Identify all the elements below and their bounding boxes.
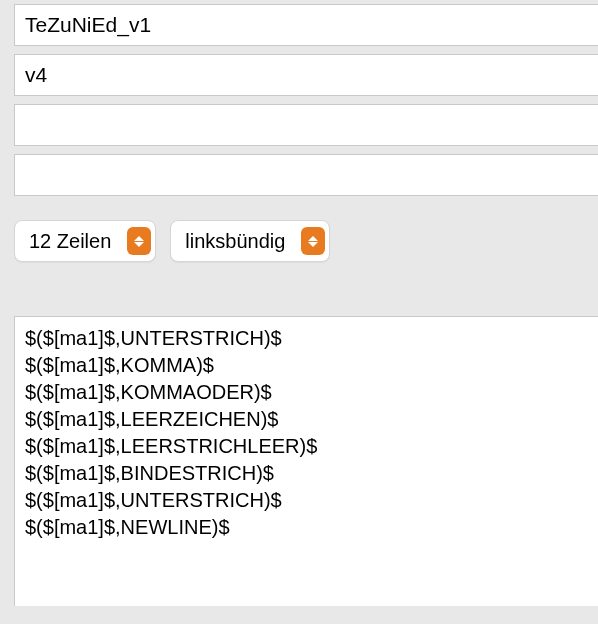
- alignment-dropdown[interactable]: linksbündig: [170, 220, 330, 262]
- chevron-up-icon: [134, 236, 144, 241]
- form-container: 12 Zeilen linksbündig $($[ma1]$,UNTERSTR…: [0, 4, 598, 606]
- stepper-arrows-icon: [127, 227, 151, 255]
- code-textarea[interactable]: $($[ma1]$,UNTERSTRICH)$ $($[ma1]$,KOMMA)…: [14, 316, 598, 606]
- lines-dropdown-label: 12 Zeilen: [29, 230, 111, 253]
- name-field-2[interactable]: [14, 54, 598, 96]
- dropdown-row: 12 Zeilen linksbündig: [14, 220, 598, 268]
- lines-dropdown[interactable]: 12 Zeilen: [14, 220, 156, 262]
- stepper-arrows-icon: [301, 227, 325, 255]
- name-field-4[interactable]: [14, 154, 598, 196]
- chevron-down-icon: [134, 242, 144, 247]
- name-field-3[interactable]: [14, 104, 598, 146]
- chevron-down-icon: [308, 242, 318, 247]
- chevron-up-icon: [308, 236, 318, 241]
- alignment-dropdown-label: linksbündig: [185, 230, 285, 253]
- code-textarea-content: $($[ma1]$,UNTERSTRICH)$ $($[ma1]$,KOMMA)…: [25, 325, 588, 541]
- name-field-1[interactable]: [14, 4, 598, 46]
